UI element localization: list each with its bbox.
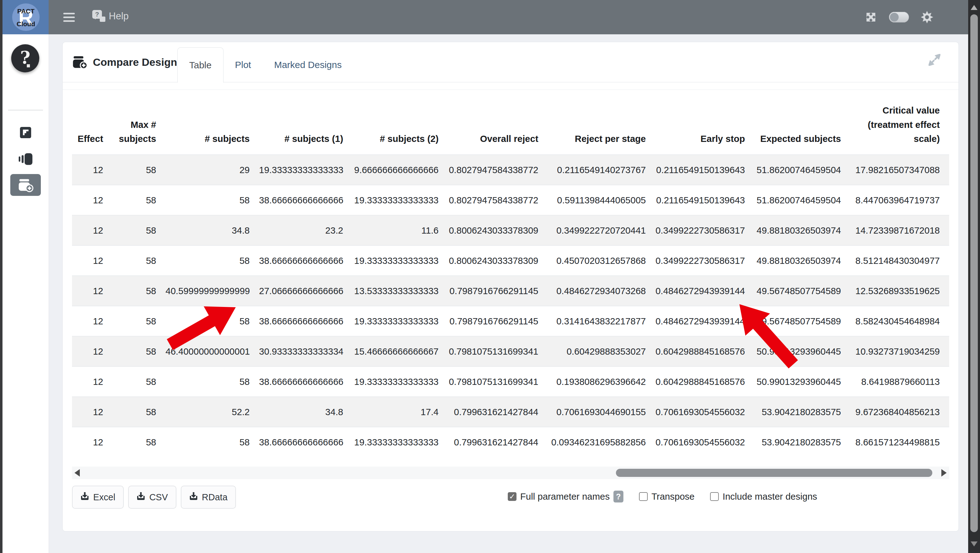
sidebar-item-designs[interactable] xyxy=(3,127,49,139)
table-cell[interactable]: 12.53268933519625 xyxy=(850,276,949,306)
table-cell[interactable]: 52.2 xyxy=(165,397,259,427)
help-badge-icon[interactable]: ? xyxy=(613,491,624,502)
table-cell[interactable]: 0.7981075131699341 xyxy=(448,336,548,367)
table-cell[interactable]: 58 xyxy=(113,185,165,215)
table-row[interactable]: 125834.823.211.60.80062430333783090.3499… xyxy=(72,215,949,245)
table-cell[interactable]: 12 xyxy=(72,397,113,427)
table-cell[interactable]: 29 xyxy=(165,155,259,185)
table-cell[interactable]: 49.56748507754589 xyxy=(754,306,850,336)
table-cell[interactable]: 51.86200746459504 xyxy=(754,185,850,215)
table-cell[interactable]: 49.88180326503974 xyxy=(754,245,850,276)
table-cell[interactable]: 0.09346231695882856 xyxy=(548,427,655,457)
help-menu-item[interactable]: ? Help xyxy=(92,10,129,22)
column-header[interactable]: Reject per stage xyxy=(548,90,655,155)
column-header[interactable]: # subjects (2) xyxy=(353,90,448,155)
table-cell[interactable]: 12 xyxy=(72,245,113,276)
table-cell[interactable]: 0.3499222720720441 xyxy=(548,215,655,245)
checkbox-checked-icon[interactable]: ✓ xyxy=(508,492,517,501)
table-cell[interactable]: 58 xyxy=(113,397,165,427)
table-cell[interactable]: 0.4507020312657868 xyxy=(548,245,655,276)
table-cell[interactable]: 58 xyxy=(113,215,165,245)
table-cell[interactable]: 12 xyxy=(72,427,113,457)
table-cell[interactable]: 12 xyxy=(72,336,113,367)
table-cell[interactable]: 0.2116549150139643 xyxy=(655,185,754,215)
table-cell[interactable]: 19.33333333333333 xyxy=(259,155,353,185)
table-cell[interactable]: 14.72339871672018 xyxy=(850,215,949,245)
table-cell[interactable]: 34.8 xyxy=(259,397,353,427)
table-cell[interactable]: 19.33333333333333 xyxy=(353,306,448,336)
table-cell[interactable]: 58 xyxy=(113,245,165,276)
table-cell[interactable]: 34.8 xyxy=(165,215,259,245)
table-cell[interactable]: 8.64198879660113 xyxy=(850,367,949,397)
table-cell[interactable]: 30.93333333333334 xyxy=(259,336,353,367)
table-cell[interactable]: 58 xyxy=(113,367,165,397)
download-rdata-button[interactable]: RData xyxy=(181,486,236,509)
table-cell[interactable]: 0.7061693054556032 xyxy=(655,427,754,457)
table-cell[interactable]: 0.8027947584338772 xyxy=(448,155,548,185)
page-vertical-scrollbar[interactable] xyxy=(968,0,980,553)
table-cell[interactable]: 17.4 xyxy=(353,397,448,427)
table-cell[interactable]: 58 xyxy=(165,427,259,457)
table-cell[interactable]: 0.6042988845168576 xyxy=(655,336,754,367)
table-row[interactable]: 12585838.6666666666666619.33333333333333… xyxy=(72,427,949,457)
apps-grid-icon[interactable] xyxy=(945,10,959,24)
table-cell[interactable]: 0.8006243033378309 xyxy=(448,245,548,276)
table-cell[interactable]: 15.46666666666667 xyxy=(353,336,448,367)
table-cell[interactable]: 12 xyxy=(72,276,113,306)
table-cell[interactable]: 38.66666666666666 xyxy=(259,306,353,336)
column-header[interactable]: Max # subjects xyxy=(113,90,165,155)
sun-icon[interactable] xyxy=(920,10,934,24)
table-row[interactable]: 125852.234.817.40.7996316214278440.70616… xyxy=(72,397,949,427)
table-horizontal-scrollbar[interactable] xyxy=(72,467,949,479)
scroll-up-arrow[interactable] xyxy=(970,5,977,10)
table-cell[interactable]: 27.06666666666666 xyxy=(259,276,353,306)
table-cell[interactable]: 58 xyxy=(165,306,259,336)
checkbox-unchecked-icon[interactable] xyxy=(710,492,719,501)
table-row[interactable]: 125846.4000000000000130.9333333333333415… xyxy=(72,336,949,367)
table-cell[interactable]: 0.799631621427844 xyxy=(448,427,548,457)
hamburger-menu-icon[interactable] xyxy=(63,13,75,22)
table-cell[interactable]: 8.582430454648984 xyxy=(850,306,949,336)
column-header[interactable]: Critical value (treatment effect scale) xyxy=(850,90,949,155)
pact-cloud-logo[interactable]: R PACT Cloud xyxy=(3,0,49,34)
table-cell[interactable]: 19.33333333333333 xyxy=(353,427,448,457)
table-row[interactable]: 12582919.333333333333339.666666666666666… xyxy=(72,155,949,185)
scroll-right-arrow[interactable] xyxy=(941,469,947,477)
table-cell[interactable]: 23.2 xyxy=(259,215,353,245)
column-header[interactable]: Overall reject xyxy=(448,90,548,155)
tab-table[interactable]: Table xyxy=(177,48,223,83)
table-cell[interactable]: 0.3499222730586317 xyxy=(655,215,754,245)
table-cell[interactable]: 58 xyxy=(165,367,259,397)
table-cell[interactable]: 53.9042180283575 xyxy=(754,397,850,427)
table-cell[interactable]: 58 xyxy=(113,306,165,336)
table-cell[interactable]: 12 xyxy=(72,367,113,397)
table-cell[interactable]: 46.40000000000001 xyxy=(165,336,259,367)
table-cell[interactable]: 10.93273719034259 xyxy=(850,336,949,367)
table-cell[interactable]: 0.7061693044690155 xyxy=(548,397,655,427)
table-cell[interactable]: 58 xyxy=(165,245,259,276)
table-row[interactable]: 125840.5999999999999927.0666666666666613… xyxy=(72,276,949,306)
table-cell[interactable]: 19.33333333333333 xyxy=(353,185,448,215)
table-cell[interactable]: 0.4846272943939144 xyxy=(655,276,754,306)
table-cell[interactable]: 0.2116549150139643 xyxy=(655,155,754,185)
table-cell[interactable]: 0.7981075131699341 xyxy=(448,367,548,397)
table-cell[interactable]: 38.66666666666666 xyxy=(259,185,353,215)
table-cell[interactable]: 58 xyxy=(113,155,165,185)
table-cell[interactable]: 50.99013293960445 xyxy=(754,367,850,397)
scroll-down-arrow[interactable] xyxy=(970,542,977,547)
table-cell[interactable]: 9.672368404856213 xyxy=(850,397,949,427)
table-cell[interactable]: 49.56748507754589 xyxy=(754,276,850,306)
table-cell[interactable]: 0.799631621427844 xyxy=(448,397,548,427)
table-cell[interactable]: 9.666666666666666 xyxy=(353,155,448,185)
download-csv-button[interactable]: CSV xyxy=(128,486,177,509)
table-cell[interactable]: 58 xyxy=(113,427,165,457)
table-row[interactable]: 12585838.6666666666666619.33333333333333… xyxy=(72,185,949,215)
sidebar-item-library[interactable] xyxy=(3,153,49,165)
table-cell[interactable]: 50.99013293960445 xyxy=(754,336,850,367)
table-cell[interactable]: 8.447063964719737 xyxy=(850,185,949,215)
table-cell[interactable]: 0.4846272943939144 xyxy=(655,306,754,336)
column-header[interactable]: Expected subjects xyxy=(754,90,850,155)
table-cell[interactable]: 12 xyxy=(72,306,113,336)
table-row[interactable]: 12585838.6666666666666619.33333333333333… xyxy=(72,245,949,276)
table-cell[interactable]: 17.98216507347088 xyxy=(850,155,949,185)
